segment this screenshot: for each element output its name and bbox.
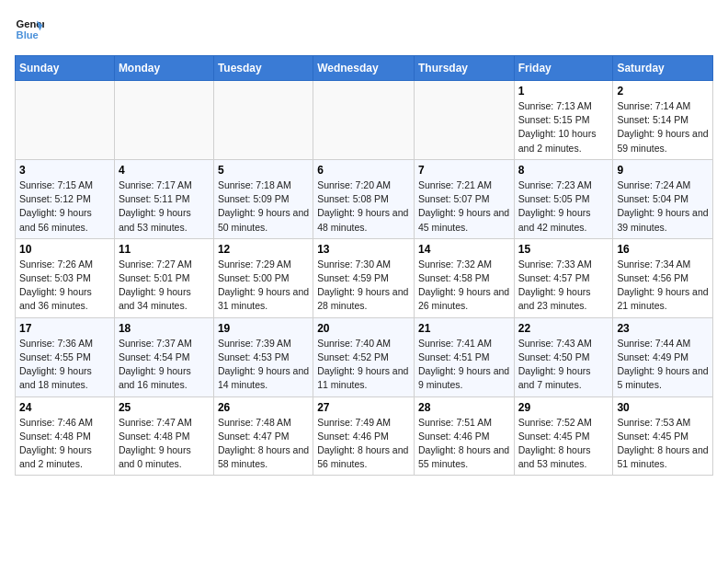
day-number: 22	[518, 322, 609, 335]
calendar-cell: 27Sunrise: 7:49 AM Sunset: 4:46 PM Dayli…	[313, 396, 415, 476]
col-header-tuesday: Tuesday	[213, 56, 313, 81]
day-number: 17	[19, 322, 110, 335]
calendar-cell: 19Sunrise: 7:39 AM Sunset: 4:53 PM Dayli…	[213, 317, 313, 396]
day-number: 19	[218, 322, 309, 335]
calendar-cell	[213, 81, 313, 160]
day-number: 7	[418, 164, 510, 177]
day-info: Sunrise: 7:34 AM Sunset: 4:56 PM Dayligh…	[617, 258, 709, 314]
day-number: 21	[418, 322, 510, 335]
day-info: Sunrise: 7:36 AM Sunset: 4:55 PM Dayligh…	[19, 337, 110, 393]
day-number: 5	[218, 164, 309, 177]
week-row-3: 10Sunrise: 7:26 AM Sunset: 5:03 PM Dayli…	[16, 238, 713, 317]
week-row-1: 1Sunrise: 7:13 AM Sunset: 5:15 PM Daylig…	[16, 81, 713, 160]
day-number: 4	[119, 164, 210, 177]
calendar-cell: 17Sunrise: 7:36 AM Sunset: 4:55 PM Dayli…	[16, 317, 115, 396]
calendar-cell: 5Sunrise: 7:18 AM Sunset: 5:09 PM Daylig…	[213, 159, 313, 238]
day-number: 15	[518, 243, 609, 256]
col-header-friday: Friday	[514, 56, 613, 81]
calendar-cell: 18Sunrise: 7:37 AM Sunset: 4:54 PM Dayli…	[114, 317, 213, 396]
calendar-cell	[313, 81, 415, 160]
day-number: 24	[19, 401, 110, 414]
day-info: Sunrise: 7:51 AM Sunset: 4:46 PM Dayligh…	[418, 416, 510, 472]
day-number: 20	[317, 322, 410, 335]
day-number: 13	[317, 243, 410, 256]
day-number: 12	[218, 243, 309, 256]
calendar-cell: 6Sunrise: 7:20 AM Sunset: 5:08 PM Daylig…	[313, 159, 415, 238]
col-header-sunday: Sunday	[16, 56, 115, 81]
col-header-saturday: Saturday	[613, 56, 713, 81]
day-number: 18	[119, 322, 210, 335]
col-header-thursday: Thursday	[414, 56, 514, 81]
calendar-cell: 3Sunrise: 7:15 AM Sunset: 5:12 PM Daylig…	[16, 159, 115, 238]
day-number: 26	[218, 401, 309, 414]
day-number: 23	[617, 322, 709, 335]
day-info: Sunrise: 7:15 AM Sunset: 5:12 PM Dayligh…	[19, 178, 110, 235]
day-info: Sunrise: 7:17 AM Sunset: 5:11 PM Dayligh…	[119, 178, 210, 235]
day-number: 8	[518, 164, 609, 177]
day-info: Sunrise: 7:29 AM Sunset: 5:00 PM Dayligh…	[218, 258, 309, 314]
calendar-cell: 30Sunrise: 7:53 AM Sunset: 4:45 PM Dayli…	[613, 396, 713, 476]
day-info: Sunrise: 7:46 AM Sunset: 4:48 PM Dayligh…	[19, 416, 110, 472]
calendar-cell: 23Sunrise: 7:44 AM Sunset: 4:49 PM Dayli…	[613, 317, 713, 396]
calendar-cell: 10Sunrise: 7:26 AM Sunset: 5:03 PM Dayli…	[16, 238, 115, 317]
calendar-cell: 25Sunrise: 7:47 AM Sunset: 4:48 PM Dayli…	[114, 396, 213, 476]
day-number: 1	[518, 85, 609, 98]
day-info: Sunrise: 7:49 AM Sunset: 4:46 PM Dayligh…	[317, 416, 410, 472]
calendar-cell: 28Sunrise: 7:51 AM Sunset: 4:46 PM Dayli…	[414, 396, 514, 476]
calendar-cell: 15Sunrise: 7:33 AM Sunset: 4:57 PM Dayli…	[514, 238, 613, 317]
calendar-cell: 20Sunrise: 7:40 AM Sunset: 4:52 PM Dayli…	[313, 317, 415, 396]
day-number: 30	[617, 401, 709, 414]
day-info: Sunrise: 7:37 AM Sunset: 4:54 PM Dayligh…	[119, 337, 210, 393]
day-info: Sunrise: 7:27 AM Sunset: 5:01 PM Dayligh…	[119, 258, 210, 314]
logo-icon: General Blue	[15, 15, 44, 44]
day-info: Sunrise: 7:33 AM Sunset: 4:57 PM Dayligh…	[518, 258, 609, 314]
calendar-cell: 22Sunrise: 7:43 AM Sunset: 4:50 PM Dayli…	[514, 317, 613, 396]
calendar-cell: 26Sunrise: 7:48 AM Sunset: 4:47 PM Dayli…	[213, 396, 313, 476]
day-info: Sunrise: 7:40 AM Sunset: 4:52 PM Dayligh…	[317, 337, 410, 393]
day-number: 25	[119, 401, 210, 414]
day-info: Sunrise: 7:23 AM Sunset: 5:05 PM Dayligh…	[518, 178, 609, 235]
day-number: 28	[418, 401, 510, 414]
day-number: 29	[518, 401, 609, 414]
day-number: 10	[19, 243, 110, 256]
calendar-cell: 29Sunrise: 7:52 AM Sunset: 4:45 PM Dayli…	[514, 396, 613, 476]
svg-text:Blue: Blue	[17, 29, 39, 40]
col-header-monday: Monday	[114, 56, 213, 81]
day-number: 27	[317, 401, 410, 414]
calendar-cell: 2Sunrise: 7:14 AM Sunset: 5:14 PM Daylig…	[613, 81, 713, 160]
logo: General Blue	[15, 15, 44, 44]
calendar-cell	[16, 81, 115, 160]
day-info: Sunrise: 7:43 AM Sunset: 4:50 PM Dayligh…	[518, 337, 609, 393]
day-info: Sunrise: 7:47 AM Sunset: 4:48 PM Dayligh…	[119, 416, 210, 472]
day-info: Sunrise: 7:18 AM Sunset: 5:09 PM Dayligh…	[218, 178, 309, 235]
day-info: Sunrise: 7:20 AM Sunset: 5:08 PM Dayligh…	[317, 178, 410, 235]
calendar-cell: 12Sunrise: 7:29 AM Sunset: 5:00 PM Dayli…	[213, 238, 313, 317]
calendar-cell	[114, 81, 213, 160]
day-number: 2	[617, 85, 709, 98]
week-row-4: 17Sunrise: 7:36 AM Sunset: 4:55 PM Dayli…	[16, 317, 713, 396]
day-number: 9	[617, 164, 709, 177]
calendar-cell	[414, 81, 514, 160]
calendar-cell: 7Sunrise: 7:21 AM Sunset: 5:07 PM Daylig…	[414, 159, 514, 238]
calendar-header-row: SundayMondayTuesdayWednesdayThursdayFrid…	[16, 56, 713, 81]
calendar-cell: 24Sunrise: 7:46 AM Sunset: 4:48 PM Dayli…	[16, 396, 115, 476]
col-header-wednesday: Wednesday	[313, 56, 415, 81]
day-number: 11	[119, 243, 210, 256]
day-number: 6	[317, 164, 410, 177]
calendar-cell: 14Sunrise: 7:32 AM Sunset: 4:58 PM Dayli…	[414, 238, 514, 317]
day-info: Sunrise: 7:14 AM Sunset: 5:14 PM Dayligh…	[617, 99, 709, 155]
day-info: Sunrise: 7:32 AM Sunset: 4:58 PM Dayligh…	[418, 258, 510, 314]
day-info: Sunrise: 7:53 AM Sunset: 4:45 PM Dayligh…	[617, 416, 709, 472]
day-info: Sunrise: 7:44 AM Sunset: 4:49 PM Dayligh…	[617, 337, 709, 393]
calendar-cell: 21Sunrise: 7:41 AM Sunset: 4:51 PM Dayli…	[414, 317, 514, 396]
day-info: Sunrise: 7:26 AM Sunset: 5:03 PM Dayligh…	[19, 258, 110, 314]
day-info: Sunrise: 7:21 AM Sunset: 5:07 PM Dayligh…	[418, 178, 510, 235]
calendar-cell: 11Sunrise: 7:27 AM Sunset: 5:01 PM Dayli…	[114, 238, 213, 317]
day-number: 3	[19, 164, 110, 177]
calendar-cell: 1Sunrise: 7:13 AM Sunset: 5:15 PM Daylig…	[514, 81, 613, 160]
day-info: Sunrise: 7:24 AM Sunset: 5:04 PM Dayligh…	[617, 178, 709, 235]
calendar-cell: 8Sunrise: 7:23 AM Sunset: 5:05 PM Daylig…	[514, 159, 613, 238]
calendar-cell: 13Sunrise: 7:30 AM Sunset: 4:59 PM Dayli…	[313, 238, 415, 317]
calendar-cell: 16Sunrise: 7:34 AM Sunset: 4:56 PM Dayli…	[613, 238, 713, 317]
calendar-table: SundayMondayTuesdayWednesdayThursdayFrid…	[15, 55, 713, 476]
